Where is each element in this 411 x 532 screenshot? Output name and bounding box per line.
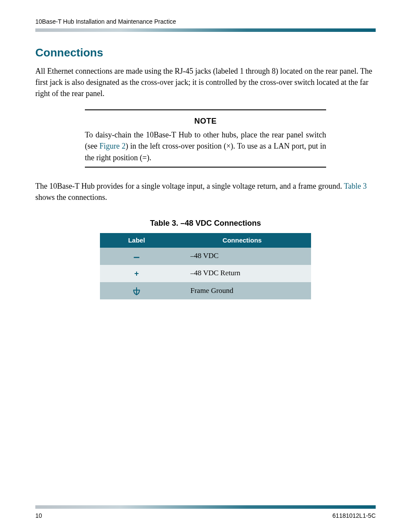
connections-table: Label Connections – –48 VDC + –48 VDC Re… — [100, 233, 311, 299]
col-header-label: Label — [100, 233, 173, 248]
footer-rule — [35, 505, 376, 509]
page-footer: 10 61181012L1-5C — [35, 505, 376, 520]
label-cell: – — [100, 248, 173, 265]
connection-cell: Frame Ground — [173, 282, 311, 299]
header-rule — [35, 28, 376, 32]
ground-icon — [132, 287, 141, 296]
after-note-before: The 10Base-T Hub provides for a single v… — [35, 182, 344, 190]
after-note-after: shows the connections. — [35, 193, 107, 202]
connection-cell: –48 VDC — [173, 248, 311, 265]
intro-paragraph: All Ethernet connections are made using … — [35, 65, 376, 99]
label-cell: + — [100, 265, 173, 282]
label-cell — [100, 282, 173, 299]
table-header-row: Label Connections — [100, 233, 311, 248]
minus-icon: – — [134, 250, 140, 263]
section-heading: Connections — [35, 45, 376, 61]
table-row: + –48 VDC Return — [100, 265, 311, 282]
table-caption: Table 3. –48 VDC Connections — [35, 218, 376, 229]
page-number: 10 — [35, 511, 42, 520]
col-header-connections: Connections — [173, 233, 311, 248]
after-note-paragraph: The 10Base-T Hub provides for a single v… — [35, 180, 376, 203]
table-row: – –48 VDC — [100, 248, 311, 265]
figure-2-link[interactable]: Figure 2 — [100, 142, 126, 150]
document-page: 10Base-T Hub Installation and Maintenanc… — [0, 0, 411, 532]
note-label: NOTE — [85, 115, 326, 127]
note-callout: NOTE To daisy-chain the 10Base-T Hub to … — [85, 109, 326, 167]
connection-cell: –48 VDC Return — [173, 265, 311, 282]
table-row: Frame Ground — [100, 282, 311, 299]
table-3-link[interactable]: Table 3 — [344, 182, 367, 190]
running-header: 10Base-T Hub Installation and Maintenanc… — [35, 17, 376, 26]
plus-icon: + — [134, 269, 139, 278]
document-number: 61181012L1-5C — [333, 511, 376, 520]
note-body: To daisy-chain the 10Base-T Hub to other… — [85, 129, 326, 163]
